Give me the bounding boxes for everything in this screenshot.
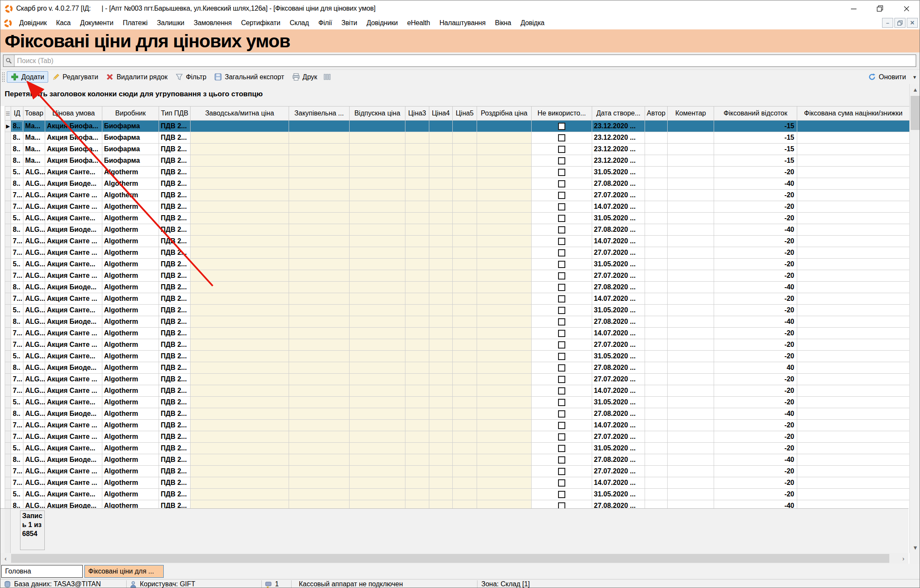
price-cell[interactable] xyxy=(405,132,429,144)
cell[interactable]: Algotherm xyxy=(102,477,159,489)
column-header[interactable]: Ціна4 xyxy=(429,107,453,121)
cell[interactable]: 5.. xyxy=(11,259,23,270)
cell[interactable]: 7... xyxy=(11,328,23,339)
cell[interactable]: ПДВ 2... xyxy=(159,477,191,489)
cell[interactable]: 7... xyxy=(11,431,23,443)
cell[interactable] xyxy=(797,247,910,259)
minimize-button[interactable] xyxy=(840,0,867,17)
column-header[interactable]: Тип ПДВ xyxy=(159,107,191,121)
cell[interactable]: Algotherm xyxy=(102,420,159,431)
price-cell[interactable] xyxy=(191,431,289,443)
cell[interactable] xyxy=(668,362,714,374)
price-cell[interactable] xyxy=(191,328,289,339)
price-cell[interactable] xyxy=(350,190,405,201)
cell[interactable]: Акция Биоде... xyxy=(45,408,102,420)
cell[interactable]: 5.. xyxy=(11,489,23,500)
price-cell[interactable] xyxy=(289,270,350,282)
cell[interactable]: 8.. xyxy=(11,316,23,328)
cell[interactable]: Ма... xyxy=(23,144,45,155)
cell[interactable] xyxy=(645,178,668,190)
cell[interactable] xyxy=(797,236,910,247)
price-cell[interactable] xyxy=(453,305,477,316)
cell[interactable] xyxy=(645,213,668,224)
row-indicator[interactable] xyxy=(5,155,11,167)
price-cell[interactable] xyxy=(405,121,429,132)
cell[interactable] xyxy=(645,339,668,351)
price-cell[interactable] xyxy=(289,144,350,155)
cell[interactable]: -40 xyxy=(714,224,797,236)
price-cell[interactable] xyxy=(289,374,350,385)
cell[interactable]: ALG... xyxy=(23,316,45,328)
cell[interactable]: 23.12.2020 ... xyxy=(592,155,645,167)
price-cell[interactable] xyxy=(453,500,477,509)
cell[interactable]: Algotherm xyxy=(102,270,159,282)
cell[interactable]: ALG... xyxy=(23,201,45,213)
cell[interactable]: 5.. xyxy=(11,397,23,408)
price-cell[interactable] xyxy=(453,489,477,500)
cell[interactable]: ALG... xyxy=(23,259,45,270)
cell[interactable]: Биофарма xyxy=(102,144,159,155)
price-cell[interactable] xyxy=(477,236,532,247)
cell[interactable]: -40 xyxy=(714,500,797,509)
cell[interactable]: ПДВ 2... xyxy=(159,431,191,443)
cell[interactable]: -40 xyxy=(714,454,797,466)
cell[interactable]: -20 xyxy=(714,374,797,385)
cell[interactable]: 27.07.2020 ... xyxy=(592,190,645,201)
cell[interactable]: ALG... xyxy=(23,282,45,293)
price-cell[interactable] xyxy=(405,408,429,420)
price-cell[interactable] xyxy=(289,362,350,374)
row-checkbox[interactable] xyxy=(558,284,565,291)
price-cell[interactable] xyxy=(429,374,453,385)
row-indicator[interactable] xyxy=(5,259,11,270)
cell[interactable]: Акция Санте ... xyxy=(45,190,102,201)
price-cell[interactable] xyxy=(289,167,350,178)
cell[interactable]: 27.08.2020 ... xyxy=(592,282,645,293)
price-cell[interactable] xyxy=(477,293,532,305)
table-row[interactable]: 8..ALG...Акция Биоде...AlgothermПДВ 2...… xyxy=(5,224,910,236)
row-checkbox[interactable] xyxy=(558,226,565,233)
row-checkbox[interactable] xyxy=(558,123,565,130)
cell[interactable]: -20 xyxy=(714,190,797,201)
menu-item[interactable]: Сертифікати xyxy=(236,18,285,28)
cell[interactable]: ALG... xyxy=(23,466,45,477)
price-cell[interactable] xyxy=(191,374,289,385)
cell[interactable]: -20 xyxy=(714,213,797,224)
table-row[interactable]: 7...ALG...Акция Санте ...AlgothermПДВ 2.… xyxy=(5,247,910,259)
price-cell[interactable] xyxy=(191,454,289,466)
cell[interactable]: Algotherm xyxy=(102,385,159,397)
cell[interactable]: 31.05.2020 ... xyxy=(592,305,645,316)
cell[interactable] xyxy=(797,489,910,500)
cell[interactable] xyxy=(645,132,668,144)
cell[interactable] xyxy=(668,167,714,178)
cell[interactable] xyxy=(668,420,714,431)
cell[interactable]: 27.08.2020 ... xyxy=(592,408,645,420)
row-checkbox[interactable] xyxy=(558,157,565,164)
cell[interactable]: Акция Санте ... xyxy=(45,328,102,339)
cell[interactable]: 23.12.2020 ... xyxy=(592,132,645,144)
table-row[interactable]: 5..ALG...Акция Санте...AlgothermПДВ 2...… xyxy=(5,489,910,500)
price-cell[interactable] xyxy=(477,316,532,328)
cell[interactable]: ALG... xyxy=(23,431,45,443)
price-cell[interactable] xyxy=(350,431,405,443)
cell[interactable]: Algotherm xyxy=(102,236,159,247)
row-indicator[interactable] xyxy=(5,201,11,213)
cell[interactable]: ПДВ 2... xyxy=(159,201,191,213)
cell[interactable]: 14.07.2020 ... xyxy=(592,328,645,339)
cell[interactable]: Акция Санте... xyxy=(45,397,102,408)
cell[interactable] xyxy=(797,477,910,489)
cell[interactable]: ALG... xyxy=(23,339,45,351)
cell[interactable] xyxy=(645,259,668,270)
price-cell[interactable] xyxy=(453,121,477,132)
price-cell[interactable] xyxy=(350,167,405,178)
menu-item[interactable]: Налаштування xyxy=(435,18,490,28)
price-cell[interactable] xyxy=(350,420,405,431)
cell[interactable] xyxy=(797,178,910,190)
cell[interactable]: 27.07.2020 ... xyxy=(592,247,645,259)
cell[interactable]: 7... xyxy=(11,477,23,489)
cell[interactable]: -20 xyxy=(714,259,797,270)
cell[interactable]: 5.. xyxy=(11,443,23,454)
price-cell[interactable] xyxy=(350,144,405,155)
cell[interactable]: ПДВ 2... xyxy=(159,224,191,236)
cell[interactable] xyxy=(645,190,668,201)
cell[interactable]: Акция Биоде... xyxy=(45,224,102,236)
